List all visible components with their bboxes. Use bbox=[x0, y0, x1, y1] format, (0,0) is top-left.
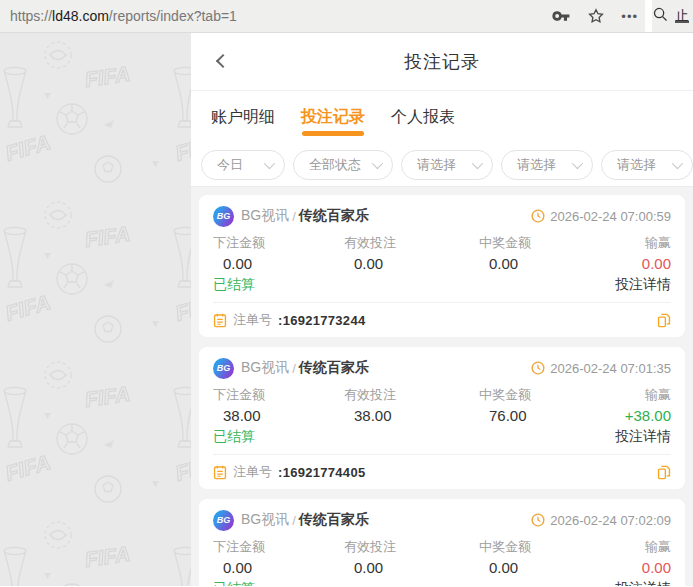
provider-name: BG视讯 bbox=[241, 511, 289, 529]
url-domain: ld48.com bbox=[52, 8, 109, 24]
slash-separator: / bbox=[292, 513, 296, 528]
bookmark-star-icon[interactable] bbox=[587, 7, 605, 25]
bet-record-card: BG BG视讯 / 传统百家乐 2026-02-24 07:01:35 下注金额… bbox=[199, 347, 685, 489]
filter-value: 今日 bbox=[217, 156, 243, 174]
value-win-amount: 0.00 bbox=[479, 558, 593, 577]
browser-menu-icon[interactable]: ••• bbox=[621, 9, 638, 24]
value-win-amount: 0.00 bbox=[479, 254, 593, 273]
record-time: 2026-02-24 07:01:35 bbox=[550, 361, 671, 376]
bg-provider-logo: BG bbox=[213, 510, 234, 531]
order-number-value: :16921773244 bbox=[278, 313, 365, 328]
label-bet-amount: 下注金额 bbox=[213, 387, 344, 403]
page-title: 投注记录 bbox=[404, 50, 480, 74]
clock-icon bbox=[531, 361, 545, 375]
value-bet-amount: 0.00 bbox=[213, 558, 344, 577]
clock-icon bbox=[531, 513, 545, 527]
password-key-icon[interactable] bbox=[552, 9, 571, 23]
filter-date-dropdown[interactable]: 今日 bbox=[201, 150, 285, 180]
filter-value: 请选择 bbox=[517, 156, 556, 174]
chevron-down-icon bbox=[672, 157, 683, 168]
label-bet-amount: 下注金额 bbox=[213, 539, 344, 555]
label-win-amount: 中奖金额 bbox=[479, 539, 593, 555]
label-valid-bet: 有效投注 bbox=[344, 387, 479, 403]
value-win-loss: 0.00 bbox=[593, 254, 671, 273]
value-valid-bet: 0.00 bbox=[344, 558, 479, 577]
browser-address-bar: https://ld48.com/reports/index?tab=1 •••… bbox=[0, 0, 693, 33]
value-valid-bet: 0.00 bbox=[344, 254, 479, 273]
tab-account-detail[interactable]: 账户明细 bbox=[211, 91, 275, 143]
tab-personal-report[interactable]: 个人报表 bbox=[391, 91, 455, 143]
chevron-down-icon bbox=[472, 157, 483, 168]
bet-record-card: BG BG视讯 / 传统百家乐 2026-02-24 07:00:59 下注金额… bbox=[199, 195, 685, 337]
filter-select-dropdown-3[interactable]: 请选择 bbox=[601, 150, 693, 180]
bet-record-card: BG BG视讯 / 传统百家乐 2026-02-24 07:02:09 下注金额… bbox=[199, 499, 685, 586]
back-button[interactable] bbox=[209, 49, 235, 75]
filter-select-dropdown-2[interactable]: 请选择 bbox=[501, 150, 593, 180]
url-path: /reports/index?tab=1 bbox=[109, 8, 237, 24]
copy-button[interactable] bbox=[657, 313, 671, 328]
value-valid-bet: 38.00 bbox=[344, 406, 479, 425]
order-note-icon bbox=[213, 313, 227, 328]
card-divider bbox=[213, 454, 671, 455]
filter-value: 请选择 bbox=[417, 156, 456, 174]
filter-value: 全部状态 bbox=[309, 156, 361, 174]
provider-name: BG视讯 bbox=[241, 359, 289, 377]
chevron-down-icon bbox=[572, 157, 583, 168]
label-win-amount: 中奖金额 bbox=[479, 235, 593, 251]
copy-icon bbox=[657, 313, 671, 328]
game-name: 传统百家乐 bbox=[299, 207, 369, 225]
status-settled: 已结算 bbox=[213, 427, 255, 446]
active-tab-underline bbox=[302, 131, 364, 136]
bet-details-link[interactable]: 投注详情 bbox=[615, 427, 671, 446]
game-name: 传统百家乐 bbox=[299, 511, 369, 529]
slash-separator: / bbox=[292, 361, 296, 376]
bg-provider-logo: BG bbox=[213, 206, 234, 227]
chevron-left-icon bbox=[216, 53, 230, 67]
url-text[interactable]: https://ld48.com/reports/index?tab=1 bbox=[10, 8, 237, 24]
label-win-loss: 输赢 bbox=[593, 539, 671, 555]
value-win-loss: +38.00 bbox=[593, 406, 671, 425]
label-bet-amount: 下注金额 bbox=[213, 235, 344, 251]
tab-label: 投注记录 bbox=[301, 107, 365, 128]
bet-details-link[interactable]: 投注详情 bbox=[615, 579, 671, 586]
search-icon[interactable] bbox=[652, 6, 669, 27]
chevron-down-icon bbox=[264, 157, 275, 168]
bar-separator bbox=[645, 0, 652, 32]
tab-bet-records[interactable]: 投注记录 bbox=[301, 91, 365, 143]
status-settled: 已结算 bbox=[213, 275, 255, 294]
copy-button[interactable] bbox=[657, 465, 671, 480]
record-time: 2026-02-24 07:02:09 bbox=[550, 513, 671, 528]
order-number-label: 注单号 bbox=[233, 463, 272, 481]
filter-select-dropdown-1[interactable]: 请选择 bbox=[401, 150, 493, 180]
fifa-watermark-background: FIFA FIFA bbox=[0, 33, 191, 586]
order-number-value: :16921774405 bbox=[278, 465, 365, 480]
value-bet-amount: 0.00 bbox=[213, 254, 344, 273]
tab-bar: 账户明细 投注记录 个人报表 bbox=[191, 91, 693, 143]
label-win-loss: 输赢 bbox=[593, 387, 671, 403]
url-scheme: https:// bbox=[10, 8, 52, 24]
chevron-down-icon bbox=[372, 157, 383, 168]
copy-icon bbox=[657, 465, 671, 480]
label-win-amount: 中奖金额 bbox=[479, 387, 593, 403]
value-win-amount: 76.00 bbox=[479, 406, 593, 425]
clock-icon bbox=[531, 209, 545, 223]
bet-details-link[interactable]: 投注详情 bbox=[615, 275, 671, 294]
label-valid-bet: 有效投注 bbox=[344, 539, 479, 555]
tab-label: 账户明细 bbox=[211, 107, 275, 128]
filter-bar: 今日 全部状态 请选择 请选择 请选择 bbox=[191, 143, 693, 187]
order-note-icon bbox=[213, 465, 227, 480]
game-name: 传统百家乐 bbox=[299, 359, 369, 377]
filter-status-dropdown[interactable]: 全部状态 bbox=[293, 150, 393, 180]
value-bet-amount: 38.00 bbox=[213, 406, 344, 425]
slash-separator: / bbox=[292, 209, 296, 224]
label-valid-bet: 有效投注 bbox=[344, 235, 479, 251]
label-win-loss: 输赢 bbox=[593, 235, 671, 251]
record-list: BG BG视讯 / 传统百家乐 2026-02-24 07:00:59 下注金额… bbox=[191, 187, 693, 586]
value-win-loss: 0.00 bbox=[593, 558, 671, 577]
provider-name: BG视讯 bbox=[241, 207, 289, 225]
status-settled: 已结算 bbox=[213, 579, 255, 586]
filter-value: 请选择 bbox=[617, 156, 656, 174]
record-time: 2026-02-24 07:00:59 bbox=[550, 209, 671, 224]
order-number-label: 注单号 bbox=[233, 311, 272, 329]
tab-label: 个人报表 bbox=[391, 107, 455, 128]
